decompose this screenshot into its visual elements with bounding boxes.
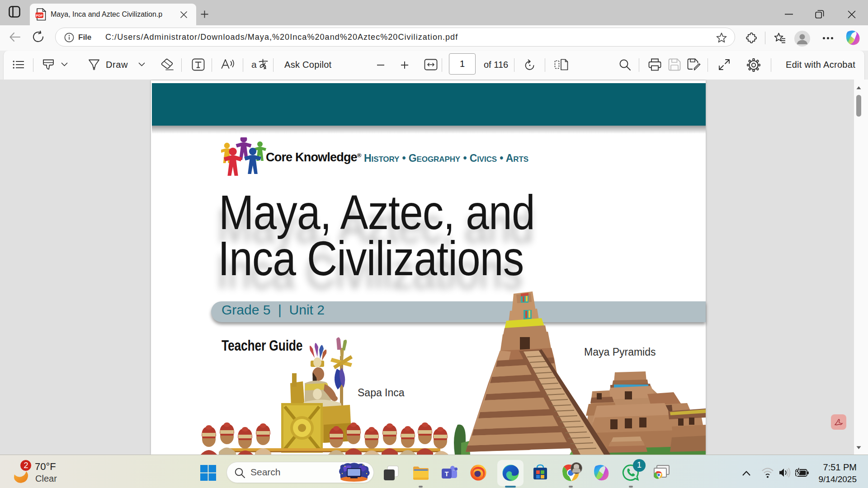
svg-text:T: T [445,470,449,478]
svg-text:PDF: PDF [36,14,43,18]
svg-text:a: a [251,59,257,70]
